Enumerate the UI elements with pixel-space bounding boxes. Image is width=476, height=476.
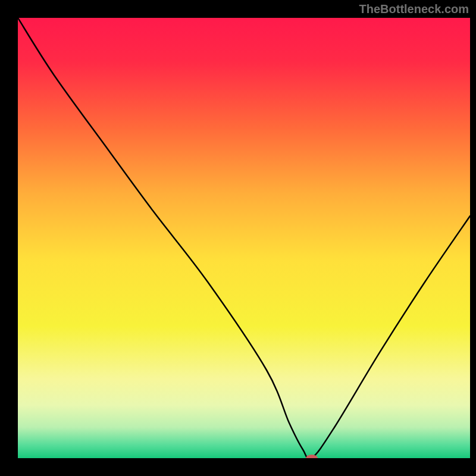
- bottleneck-chart: [18, 18, 470, 458]
- chart-plot-area: [18, 18, 470, 458]
- watermark-text: TheBottleneck.com: [359, 2, 469, 16]
- gradient-background: [18, 18, 470, 458]
